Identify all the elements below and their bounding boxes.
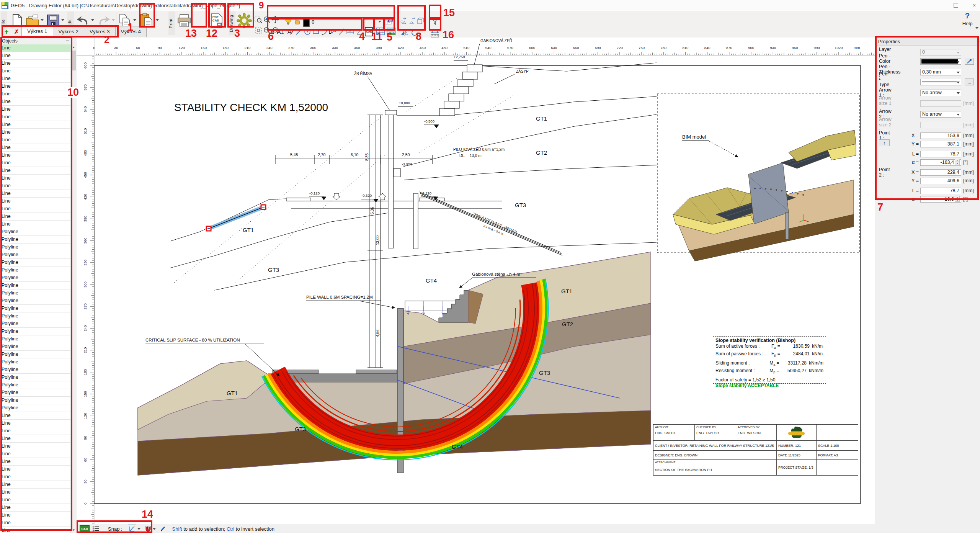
- layer-lock-icon[interactable]: [293, 17, 302, 25]
- help-menu[interactable]: ? Help: [957, 11, 978, 35]
- list-item[interactable]: Line: [0, 182, 71, 190]
- list-item[interactable]: Polyline: [0, 351, 71, 358]
- list-item[interactable]: Line: [0, 443, 71, 450]
- text-edit-tool-icon[interactable]: A: [286, 28, 295, 36]
- tab-vykres-3[interactable]: Výkres 3: [84, 26, 116, 37]
- list-item[interactable]: Line: [0, 90, 71, 98]
- list-item[interactable]: Polyline: [0, 289, 71, 297]
- list-item[interactable]: Polyline: [0, 397, 71, 404]
- arc-tool-icon[interactable]: [320, 28, 328, 36]
- add-tab-button[interactable]: +: [2, 27, 11, 37]
- list-item[interactable]: Line: [0, 496, 71, 504]
- list-item[interactable]: Line: [0, 167, 71, 175]
- dimension-aligned-icon[interactable]: [338, 28, 346, 36]
- list-item[interactable]: Line: [0, 198, 71, 205]
- objects-list[interactable]: LineLineLineLineLineLineLineLineLineLine…: [0, 44, 71, 533]
- layer-combo-dropdown-icon[interactable]: [378, 21, 381, 23]
- list-item[interactable]: Line: [0, 144, 71, 152]
- list-item[interactable]: Line: [0, 44, 71, 52]
- zoom-window-icon[interactable]: [254, 15, 263, 24]
- objects-minimize-button[interactable]: –: [66, 38, 69, 43]
- line-tool-icon[interactable]: [295, 28, 303, 36]
- list-item[interactable]: Line: [0, 412, 71, 420]
- circle-tool-icon[interactable]: [303, 28, 312, 36]
- text-cursor-tool-icon[interactable]: A⌶: [276, 28, 285, 36]
- point2-y-field[interactable]: 409,6: [920, 178, 961, 184]
- point2-x-field[interactable]: 229,4: [920, 169, 961, 176]
- pencil-icon[interactable]: [160, 526, 166, 532]
- list-item[interactable]: Line: [0, 489, 71, 496]
- list-item[interactable]: Line: [0, 504, 71, 512]
- print-menu[interactable]: Print: [168, 11, 175, 35]
- list-item[interactable]: Line: [0, 527, 71, 533]
- snap-mode-icon[interactable]: [128, 525, 136, 533]
- list-item[interactable]: Polyline: [0, 312, 71, 320]
- list-item[interactable]: Line: [0, 159, 71, 167]
- drawing-settings-gear-icon[interactable]: [236, 13, 253, 29]
- print-button[interactable]: [177, 13, 191, 29]
- list-item[interactable]: Polyline: [0, 259, 71, 266]
- measure-icon[interactable]: [430, 30, 439, 38]
- pen-type-more-button[interactable]: ...: [965, 78, 974, 85]
- list-item[interactable]: Line: [0, 83, 71, 90]
- list-item[interactable]: Line: [0, 466, 71, 473]
- copy-dropdown-icon[interactable]: [133, 19, 136, 21]
- dimension-linear-icon[interactable]: 11: [346, 28, 354, 36]
- length1-field[interactable]: 78,7: [920, 151, 961, 157]
- list-item[interactable]: Line: [0, 52, 71, 60]
- scroll-up-icon[interactable]: ▲: [71, 44, 77, 50]
- close-button[interactable]: ×: [972, 3, 977, 8]
- list-item[interactable]: Polyline: [0, 244, 71, 251]
- list-item[interactable]: Line: [0, 175, 71, 182]
- list-item[interactable]: Polyline: [0, 236, 71, 244]
- length2-field[interactable]: 78,7: [920, 188, 961, 194]
- list-item[interactable]: Line: [0, 205, 71, 213]
- list-item[interactable]: Line: [0, 213, 71, 221]
- list-item[interactable]: Polyline: [0, 389, 71, 397]
- export-pdf-cad-button[interactable]: PDFCAD: [209, 13, 224, 29]
- help-dropdown-icon[interactable]: [975, 27, 978, 29]
- layer-visibility-bulb-icon[interactable]: [284, 17, 292, 25]
- list-item[interactable]: Polyline: [0, 381, 71, 389]
- list-item[interactable]: Line: [0, 458, 71, 466]
- list-item[interactable]: Polyline: [0, 305, 71, 312]
- bezier-tool-icon[interactable]: B: [328, 28, 337, 36]
- tab-vykres-2[interactable]: Výkres 2: [53, 26, 85, 37]
- list-item[interactable]: Line: [0, 512, 71, 519]
- layer-color-swatch[interactable]: [303, 18, 310, 27]
- list-item[interactable]: Polyline: [0, 297, 71, 305]
- list-item[interactable]: Line: [0, 113, 71, 121]
- list-item[interactable]: Line: [0, 450, 71, 458]
- arrow1-select[interactable]: No arrow: [920, 90, 961, 96]
- list-item[interactable]: Line: [0, 427, 71, 435]
- list-item[interactable]: Line: [0, 121, 71, 129]
- restore-button[interactable]: [953, 3, 959, 8]
- drawing-canvas[interactable]: 0306090120150180210240270300330360390420…: [77, 38, 875, 524]
- list-item[interactable]: Line: [0, 473, 71, 481]
- pen-color-select[interactable]: [920, 58, 961, 65]
- point1-y-field[interactable]: 387,1: [920, 141, 961, 147]
- list-item[interactable]: Line: [0, 435, 71, 443]
- list-item[interactable]: Polyline: [0, 266, 71, 274]
- scrollbar-thumb[interactable]: [71, 51, 76, 70]
- rectangle-tool-icon[interactable]: [312, 28, 320, 36]
- list-item[interactable]: Line: [0, 136, 71, 144]
- list-item[interactable]: Line: [0, 481, 71, 489]
- list-item[interactable]: Line: [0, 60, 71, 67]
- color-picker-button[interactable]: [965, 58, 974, 65]
- list-item[interactable]: Line: [0, 519, 71, 527]
- scroll-down-icon[interactable]: ▼: [71, 527, 77, 533]
- zoom-in-icon[interactable]: [263, 15, 271, 24]
- list-item[interactable]: Polyline: [0, 328, 71, 335]
- mirror-icon[interactable]: [400, 28, 409, 37]
- layer-select[interactable]: 0: [920, 49, 961, 56]
- pan-icon[interactable]: [271, 15, 279, 24]
- list-item[interactable]: Line: [0, 106, 71, 113]
- angle2-spinner[interactable]: ▲▼: [955, 196, 960, 201]
- save-dropdown-icon[interactable]: [61, 19, 64, 21]
- swap-points-button[interactable]: ↕: [879, 139, 890, 146]
- angle1-spinner[interactable]: ▲▼: [955, 159, 960, 164]
- magnet-icon[interactable]: [145, 525, 152, 532]
- open-dropdown-icon[interactable]: [41, 19, 44, 21]
- list-item[interactable]: Line: [0, 129, 71, 136]
